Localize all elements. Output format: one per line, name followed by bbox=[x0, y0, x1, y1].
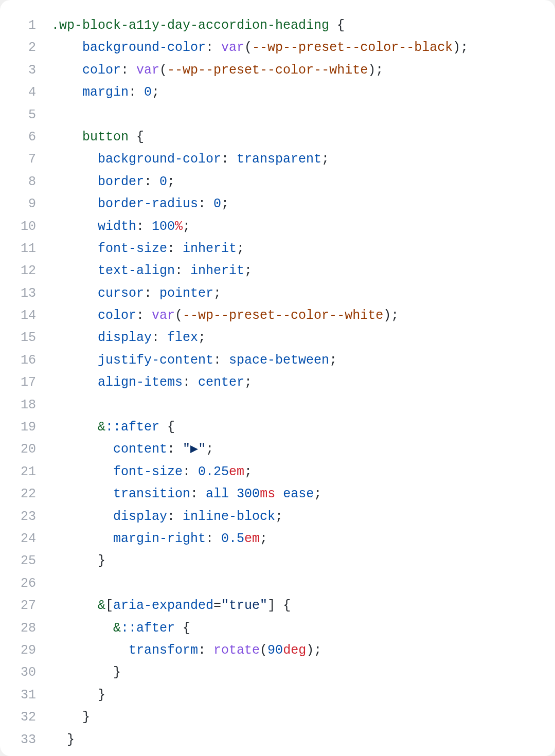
code-line: 29 transform: rotate(90deg); bbox=[0, 639, 555, 661]
token-punc bbox=[51, 531, 113, 546]
token-str: "▶" bbox=[183, 442, 206, 457]
token-punc bbox=[51, 263, 98, 278]
token-prop: align-items bbox=[98, 375, 183, 390]
token-punc bbox=[51, 464, 113, 479]
code-content: align-items: center; bbox=[51, 371, 555, 393]
code-content: transition: all 300ms ease; bbox=[51, 483, 555, 505]
token-amp: & bbox=[113, 621, 121, 636]
line-number: 31 bbox=[0, 684, 51, 706]
token-punc: : bbox=[183, 375, 198, 390]
token-num: 90 bbox=[267, 643, 283, 658]
token-punc bbox=[51, 308, 98, 323]
code-content: text-align: inherit; bbox=[51, 260, 555, 282]
code-line: 12 text-align: inherit; bbox=[0, 260, 555, 282]
token-prop: margin-right bbox=[113, 531, 206, 546]
token-punc: : bbox=[175, 263, 190, 278]
code-line: 22 transition: all 300ms ease; bbox=[0, 483, 555, 505]
code-line: 23 display: inline-block; bbox=[0, 506, 555, 528]
token-punc: : bbox=[136, 219, 152, 234]
token-punc: [ bbox=[105, 598, 113, 613]
code-content: display: flex; bbox=[51, 327, 555, 349]
line-number: 4 bbox=[0, 81, 51, 103]
token-punc bbox=[51, 241, 98, 256]
line-number: 32 bbox=[0, 706, 51, 728]
token-punc bbox=[51, 85, 82, 100]
token-func: var bbox=[136, 63, 159, 78]
token-punc: ; bbox=[183, 219, 190, 234]
line-number: 13 bbox=[0, 282, 51, 304]
code-content: content: "▶"; bbox=[51, 438, 555, 460]
code-content: background-color: var(--wp--preset--colo… bbox=[51, 37, 555, 59]
code-content: justify-content: space-between; bbox=[51, 349, 555, 371]
token-unit: em bbox=[244, 531, 260, 546]
code-line: 26 bbox=[0, 572, 555, 595]
code-line: 27 &[aria-expanded="true"] { bbox=[0, 595, 555, 617]
token-func: var bbox=[221, 40, 244, 55]
line-number: 26 bbox=[0, 572, 51, 595]
token-unit: em bbox=[229, 464, 244, 479]
token-punc bbox=[51, 330, 98, 345]
token-num: 0 bbox=[213, 196, 221, 211]
line-number: 18 bbox=[0, 394, 51, 416]
line-number: 14 bbox=[0, 304, 51, 327]
code-line: 32 } bbox=[0, 706, 555, 728]
line-number: 33 bbox=[0, 729, 51, 751]
line-number: 16 bbox=[0, 349, 51, 371]
code-content: transform: rotate(90deg); bbox=[51, 639, 555, 661]
token-punc: ; bbox=[244, 375, 252, 390]
line-number: 7 bbox=[0, 148, 51, 170]
code-line: 16 justify-content: space-between; bbox=[0, 349, 555, 371]
code-line: 19 &::after { bbox=[0, 416, 555, 438]
token-punc bbox=[51, 487, 113, 501]
token-sel: button bbox=[82, 130, 129, 145]
code-line: 11 font-size: inherit; bbox=[0, 238, 555, 260]
line-number: 5 bbox=[0, 104, 51, 126]
line-number: 15 bbox=[0, 327, 51, 349]
code-line: 28 &::after { bbox=[0, 617, 555, 639]
token-punc bbox=[51, 442, 113, 457]
token-punc: : bbox=[213, 353, 229, 368]
token-punc bbox=[51, 40, 82, 55]
code-line: 3 color: var(--wp--preset--color--white)… bbox=[0, 59, 555, 81]
code-content: &::after { bbox=[51, 617, 555, 639]
token-kw: all bbox=[206, 487, 229, 501]
line-number: 24 bbox=[0, 528, 51, 550]
token-amp: & bbox=[98, 420, 105, 435]
token-unit: % bbox=[175, 219, 183, 234]
token-kw: flex bbox=[167, 330, 198, 345]
code-line: 1.wp-block-a11y-day-accordion-heading { bbox=[0, 14, 555, 37]
token-punc: ); bbox=[453, 40, 468, 55]
token-str: "true" bbox=[221, 598, 267, 613]
token-punc: { bbox=[129, 130, 144, 145]
token-punc: : bbox=[206, 40, 221, 55]
token-punc bbox=[275, 487, 283, 501]
token-punc: ); bbox=[306, 643, 321, 658]
code-content: margin: 0; bbox=[51, 81, 555, 103]
code-line: 5 bbox=[0, 104, 555, 126]
line-number: 27 bbox=[0, 595, 51, 617]
token-func: rotate bbox=[213, 643, 260, 658]
token-punc: = bbox=[213, 598, 221, 613]
code-line: 10 width: 100%; bbox=[0, 215, 555, 238]
token-prop: background-color bbox=[82, 40, 206, 55]
token-punc: ; bbox=[221, 196, 229, 211]
token-punc: : bbox=[167, 241, 183, 256]
token-prop: cursor bbox=[98, 286, 144, 301]
code-line: 24 margin-right: 0.5em; bbox=[0, 528, 555, 550]
code-content: &[aria-expanded="true"] { bbox=[51, 595, 555, 617]
token-unit: ms bbox=[260, 487, 275, 501]
token-punc: : bbox=[121, 63, 136, 78]
token-punc bbox=[51, 509, 113, 524]
token-punc: ; bbox=[206, 442, 213, 457]
token-pseudo: ::after bbox=[105, 420, 159, 435]
code-line: 21 font-size: 0.25em; bbox=[0, 461, 555, 483]
token-prop: font-size bbox=[98, 241, 167, 256]
line-number: 22 bbox=[0, 483, 51, 505]
token-prop: transform bbox=[129, 643, 198, 658]
code-content: &::after { bbox=[51, 416, 555, 438]
token-prop: color bbox=[98, 308, 136, 323]
code-line: 7 background-color: transparent; bbox=[0, 148, 555, 170]
code-content: cursor: pointer; bbox=[51, 282, 555, 304]
code-line: 18 bbox=[0, 394, 555, 416]
token-punc: : bbox=[198, 196, 213, 211]
